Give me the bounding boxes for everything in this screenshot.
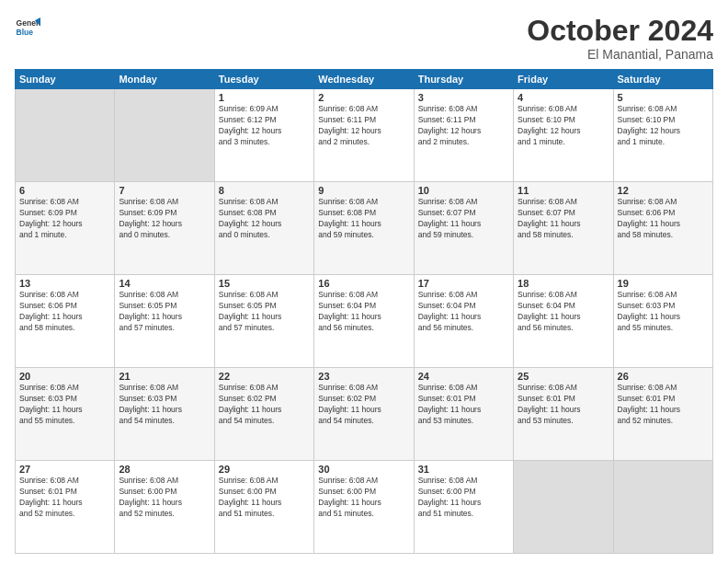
- day-info: Sunrise: 6:08 AM Sunset: 6:08 PM Dayligh…: [318, 197, 409, 241]
- day-info: Sunrise: 6:09 AM Sunset: 6:12 PM Dayligh…: [219, 104, 310, 148]
- calendar-day-cell: 17Sunrise: 6:08 AM Sunset: 6:04 PM Dayli…: [414, 275, 513, 368]
- calendar-day-cell: 6Sunrise: 6:08 AM Sunset: 6:09 PM Daylig…: [16, 182, 115, 275]
- day-info: Sunrise: 6:08 AM Sunset: 6:01 PM Dayligh…: [19, 476, 110, 520]
- calendar-day-cell: 12Sunrise: 6:08 AM Sunset: 6:06 PM Dayli…: [613, 182, 712, 275]
- calendar-day-cell: 2Sunrise: 6:08 AM Sunset: 6:11 PM Daylig…: [314, 89, 414, 182]
- calendar-day-cell: 24Sunrise: 6:08 AM Sunset: 6:01 PM Dayli…: [414, 368, 513, 461]
- day-number: 8: [219, 185, 310, 196]
- calendar-day-cell: [613, 461, 712, 554]
- header-friday: Friday: [514, 70, 613, 89]
- day-number: 11: [518, 185, 609, 196]
- title-block: October 2024 El Manantial, Panama: [527, 15, 713, 62]
- calendar-day-cell: [115, 89, 214, 182]
- day-number: 1: [219, 92, 310, 103]
- day-info: Sunrise: 6:08 AM Sunset: 6:09 PM Dayligh…: [19, 197, 110, 241]
- calendar-day-cell: 3Sunrise: 6:08 AM Sunset: 6:11 PM Daylig…: [414, 89, 513, 182]
- day-info: Sunrise: 6:08 AM Sunset: 6:06 PM Dayligh…: [19, 290, 110, 334]
- calendar-day-cell: 14Sunrise: 6:08 AM Sunset: 6:05 PM Dayli…: [115, 275, 214, 368]
- day-number: 25: [518, 371, 609, 382]
- calendar-day-cell: 16Sunrise: 6:08 AM Sunset: 6:04 PM Dayli…: [314, 275, 414, 368]
- day-number: 20: [19, 371, 110, 382]
- header-monday: Monday: [115, 70, 214, 89]
- day-number: 31: [418, 464, 509, 475]
- calendar-day-cell: [16, 89, 115, 182]
- day-info: Sunrise: 6:08 AM Sunset: 6:00 PM Dayligh…: [318, 476, 409, 520]
- day-info: Sunrise: 6:08 AM Sunset: 6:10 PM Dayligh…: [518, 104, 609, 148]
- calendar-day-cell: 4Sunrise: 6:08 AM Sunset: 6:10 PM Daylig…: [514, 89, 613, 182]
- day-info: Sunrise: 6:08 AM Sunset: 6:07 PM Dayligh…: [418, 197, 509, 241]
- day-info: Sunrise: 6:08 AM Sunset: 6:01 PM Dayligh…: [518, 383, 609, 427]
- day-number: 19: [618, 278, 709, 289]
- day-info: Sunrise: 6:08 AM Sunset: 6:04 PM Dayligh…: [318, 290, 409, 334]
- day-number: 16: [318, 278, 409, 289]
- calendar-day-cell: 15Sunrise: 6:08 AM Sunset: 6:05 PM Dayli…: [214, 275, 313, 368]
- calendar-day-cell: 29Sunrise: 6:08 AM Sunset: 6:00 PM Dayli…: [214, 461, 313, 554]
- day-number: 4: [518, 92, 609, 103]
- calendar-day-cell: 22Sunrise: 6:08 AM Sunset: 6:02 PM Dayli…: [214, 368, 313, 461]
- day-info: Sunrise: 6:08 AM Sunset: 6:01 PM Dayligh…: [418, 383, 509, 427]
- day-info: Sunrise: 6:08 AM Sunset: 6:04 PM Dayligh…: [418, 290, 509, 334]
- day-info: Sunrise: 6:08 AM Sunset: 6:03 PM Dayligh…: [19, 383, 110, 427]
- calendar-week-4: 20Sunrise: 6:08 AM Sunset: 6:03 PM Dayli…: [16, 368, 713, 461]
- calendar-day-cell: 8Sunrise: 6:08 AM Sunset: 6:08 PM Daylig…: [214, 182, 313, 275]
- day-info: Sunrise: 6:08 AM Sunset: 6:08 PM Dayligh…: [219, 197, 310, 241]
- calendar-day-cell: [514, 461, 613, 554]
- day-number: 3: [418, 92, 509, 103]
- day-info: Sunrise: 6:08 AM Sunset: 6:05 PM Dayligh…: [219, 290, 310, 334]
- calendar-day-cell: 21Sunrise: 6:08 AM Sunset: 6:03 PM Dayli…: [115, 368, 214, 461]
- day-info: Sunrise: 6:08 AM Sunset: 6:11 PM Dayligh…: [318, 104, 409, 148]
- day-number: 27: [19, 464, 110, 475]
- day-info: Sunrise: 6:08 AM Sunset: 6:11 PM Dayligh…: [418, 104, 509, 148]
- day-info: Sunrise: 6:08 AM Sunset: 6:02 PM Dayligh…: [219, 383, 310, 427]
- day-info: Sunrise: 6:08 AM Sunset: 6:02 PM Dayligh…: [318, 383, 409, 427]
- day-number: 2: [318, 92, 409, 103]
- day-info: Sunrise: 6:08 AM Sunset: 6:01 PM Dayligh…: [618, 383, 709, 427]
- header-thursday: Thursday: [414, 70, 513, 89]
- calendar-day-cell: 18Sunrise: 6:08 AM Sunset: 6:04 PM Dayli…: [514, 275, 613, 368]
- day-info: Sunrise: 6:08 AM Sunset: 6:05 PM Dayligh…: [119, 290, 210, 334]
- location: El Manantial, Panama: [527, 47, 713, 62]
- calendar-day-cell: 13Sunrise: 6:08 AM Sunset: 6:06 PM Dayli…: [16, 275, 115, 368]
- calendar-header-row: Sunday Monday Tuesday Wednesday Thursday…: [16, 70, 713, 89]
- day-number: 24: [418, 371, 509, 382]
- calendar-day-cell: 25Sunrise: 6:08 AM Sunset: 6:01 PM Dayli…: [514, 368, 613, 461]
- calendar-day-cell: 26Sunrise: 6:08 AM Sunset: 6:01 PM Dayli…: [613, 368, 712, 461]
- calendar-day-cell: 9Sunrise: 6:08 AM Sunset: 6:08 PM Daylig…: [314, 182, 414, 275]
- day-number: 23: [318, 371, 409, 382]
- day-number: 10: [418, 185, 509, 196]
- calendar-day-cell: 19Sunrise: 6:08 AM Sunset: 6:03 PM Dayli…: [613, 275, 712, 368]
- day-info: Sunrise: 6:08 AM Sunset: 6:03 PM Dayligh…: [618, 290, 709, 334]
- day-info: Sunrise: 6:08 AM Sunset: 6:10 PM Dayligh…: [618, 104, 709, 148]
- calendar-week-3: 13Sunrise: 6:08 AM Sunset: 6:06 PM Dayli…: [16, 275, 713, 368]
- calendar-day-cell: 1Sunrise: 6:09 AM Sunset: 6:12 PM Daylig…: [214, 89, 313, 182]
- day-number: 30: [318, 464, 409, 475]
- day-number: 21: [119, 371, 210, 382]
- day-number: 13: [19, 278, 110, 289]
- calendar-table: Sunday Monday Tuesday Wednesday Thursday…: [15, 69, 713, 554]
- header-wednesday: Wednesday: [314, 70, 414, 89]
- calendar-day-cell: 10Sunrise: 6:08 AM Sunset: 6:07 PM Dayli…: [414, 182, 513, 275]
- day-number: 22: [219, 371, 310, 382]
- header: General Blue October 2024 El Manantial, …: [15, 15, 713, 62]
- day-number: 29: [219, 464, 310, 475]
- calendar-day-cell: 7Sunrise: 6:08 AM Sunset: 6:09 PM Daylig…: [115, 182, 214, 275]
- day-number: 15: [219, 278, 310, 289]
- day-info: Sunrise: 6:08 AM Sunset: 6:09 PM Dayligh…: [119, 197, 210, 241]
- calendar-day-cell: 20Sunrise: 6:08 AM Sunset: 6:03 PM Dayli…: [16, 368, 115, 461]
- svg-text:Blue: Blue: [17, 28, 34, 37]
- calendar-week-2: 6Sunrise: 6:08 AM Sunset: 6:09 PM Daylig…: [16, 182, 713, 275]
- month-title: October 2024: [527, 15, 713, 47]
- calendar-day-cell: 27Sunrise: 6:08 AM Sunset: 6:01 PM Dayli…: [16, 461, 115, 554]
- header-tuesday: Tuesday: [214, 70, 313, 89]
- day-info: Sunrise: 6:08 AM Sunset: 6:07 PM Dayligh…: [518, 197, 609, 241]
- calendar-week-1: 1Sunrise: 6:09 AM Sunset: 6:12 PM Daylig…: [16, 89, 713, 182]
- day-info: Sunrise: 6:08 AM Sunset: 6:03 PM Dayligh…: [119, 383, 210, 427]
- calendar-week-5: 27Sunrise: 6:08 AM Sunset: 6:01 PM Dayli…: [16, 461, 713, 554]
- day-number: 9: [318, 185, 409, 196]
- day-number: 17: [418, 278, 509, 289]
- header-saturday: Saturday: [613, 70, 712, 89]
- day-number: 6: [19, 185, 110, 196]
- calendar-day-cell: 28Sunrise: 6:08 AM Sunset: 6:00 PM Dayli…: [115, 461, 214, 554]
- day-number: 7: [119, 185, 210, 196]
- day-number: 26: [618, 371, 709, 382]
